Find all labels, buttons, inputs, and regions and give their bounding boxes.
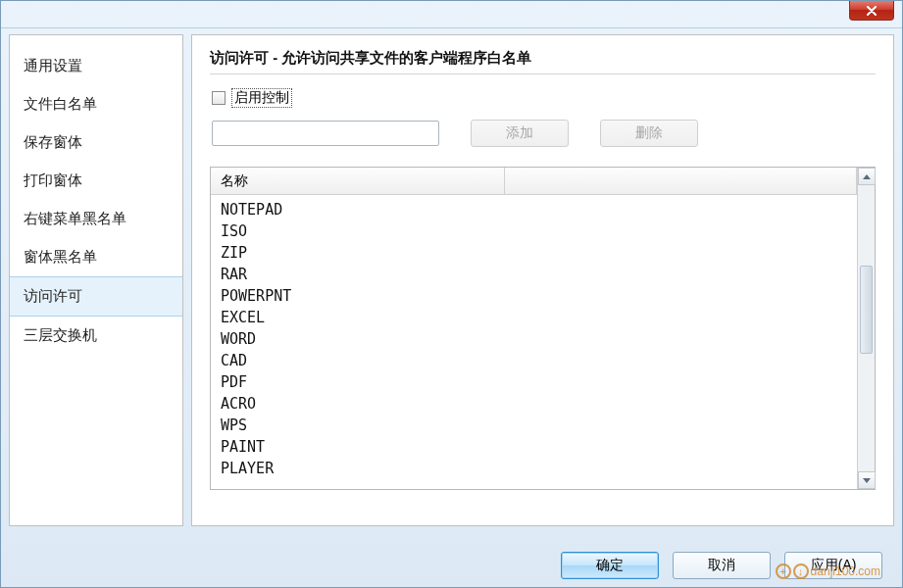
delete-button[interactable]: 删除 <box>600 120 698 147</box>
client-area: 通用设置文件白名单保存窗体打印窗体右键菜单黑名单窗体黑名单访问许可三层交换机 访… <box>9 34 894 526</box>
sidebar-item[interactable]: 三层交换机 <box>10 317 182 355</box>
sidebar-item[interactable]: 窗体黑名单 <box>10 238 182 276</box>
sidebar-item[interactable]: 通用设置 <box>10 47 182 85</box>
scroll-up-button[interactable] <box>858 168 876 185</box>
list-row[interactable]: CAD <box>221 350 847 371</box>
list-row[interactable]: RAR <box>221 264 847 285</box>
list-row[interactable]: NOTEPAD <box>221 199 847 220</box>
enable-label: 启用控制 <box>231 88 292 108</box>
sidebar-item[interactable]: 保存窗体 <box>10 123 182 162</box>
sidebar-item[interactable]: 访问许可 <box>10 276 182 317</box>
dialog-window: 通用设置文件白名单保存窗体打印窗体右键菜单黑名单窗体黑名单访问许可三层交换机 访… <box>0 0 903 588</box>
list-view: 名称 NOTEPADISOZIPRARPOWERPNTEXCELWORDCADP… <box>210 167 876 490</box>
column-header-empty[interactable] <box>505 168 857 194</box>
input-row: 添加 删除 <box>210 120 876 147</box>
close-button[interactable] <box>849 1 894 21</box>
list-row[interactable]: WORD <box>221 328 847 350</box>
vertical-scrollbar[interactable] <box>857 168 875 489</box>
list-row[interactable]: EXCEL <box>221 307 847 328</box>
dialog-button-bar: 确定 取消 应用(A) <box>1 552 902 579</box>
list-row[interactable]: ZIP <box>221 242 847 264</box>
sidebar-item[interactable]: 右键菜单黑名单 <box>10 200 182 238</box>
enable-row: 启用控制 <box>210 88 876 108</box>
sidebar-item[interactable]: 打印窗体 <box>10 162 182 200</box>
list-row[interactable]: WPS <box>221 415 847 436</box>
main-panel: 访问许可 - 允许访问共享文件的客户端程序白名单 启用控制 添加 删除 名称 N… <box>191 34 894 526</box>
chevron-down-icon <box>863 478 871 483</box>
titlebar <box>1 1 902 28</box>
list-body[interactable]: NOTEPADISOZIPRARPOWERPNTEXCELWORDCADPDFA… <box>211 195 857 483</box>
apply-button[interactable]: 应用(A) <box>784 552 882 579</box>
sidebar: 通用设置文件白名单保存窗体打印窗体右键菜单黑名单窗体黑名单访问许可三层交换机 <box>9 34 183 526</box>
list-row[interactable]: PLAYER <box>221 458 847 479</box>
add-button[interactable]: 添加 <box>471 120 569 147</box>
list-row[interactable]: ISO <box>221 220 847 242</box>
column-header-name[interactable]: 名称 <box>211 168 505 194</box>
list-row[interactable]: PDF <box>221 371 847 393</box>
cancel-button[interactable]: 取消 <box>673 552 771 579</box>
name-input[interactable] <box>212 121 439 146</box>
chevron-up-icon <box>863 174 871 179</box>
list-row[interactable]: POWERPNT <box>221 285 847 307</box>
list-row[interactable]: ACRO <box>221 393 847 415</box>
ok-button[interactable]: 确定 <box>561 552 659 579</box>
list-header: 名称 <box>211 168 857 195</box>
scroll-down-button[interactable] <box>858 471 876 489</box>
divider <box>210 74 876 74</box>
scroll-thumb[interactable] <box>860 266 873 354</box>
close-icon <box>866 6 878 16</box>
sidebar-item[interactable]: 文件白名单 <box>10 85 182 123</box>
list-row[interactable]: PAINT <box>221 436 847 458</box>
panel-title: 访问许可 - 允许访问共享文件的客户端程序白名单 <box>210 49 876 68</box>
enable-checkbox[interactable] <box>212 91 226 105</box>
list-scroll: 名称 NOTEPADISOZIPRARPOWERPNTEXCELWORDCADP… <box>211 168 857 489</box>
